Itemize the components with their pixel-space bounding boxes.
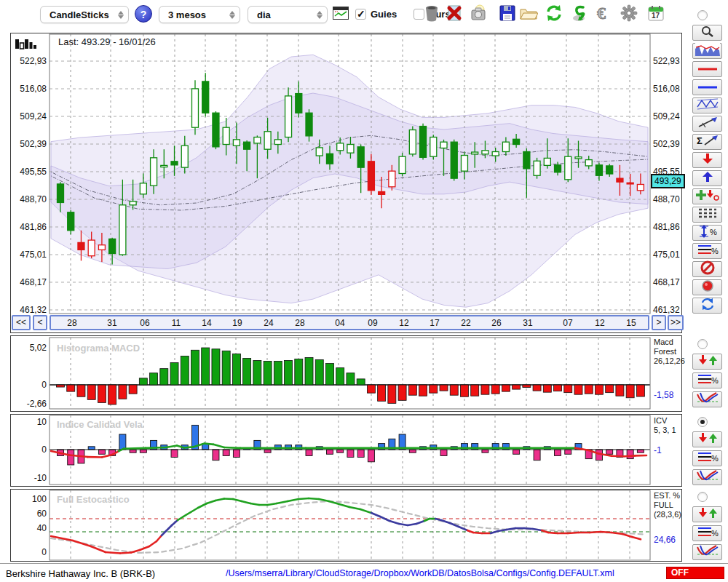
svg-text:%: % — [711, 247, 719, 255]
guies-checkbox[interactable]: Guies — [355, 9, 397, 20]
tool-sum-trendline-button[interactable]: Σ — [692, 134, 722, 150]
macd-curves-button[interactable] — [692, 391, 722, 407]
price-tick-label: 495,55 — [653, 167, 680, 177]
price-tick-label: 522,93 — [653, 56, 680, 66]
red-line-icon — [697, 63, 719, 76]
icv-tick-label: -10 — [13, 473, 47, 483]
scroll-prev-button[interactable]: < — [33, 315, 47, 330]
refresh-button[interactable] — [545, 4, 563, 25]
zoom-icon — [699, 25, 716, 41]
chevron-updown-icon — [223, 11, 235, 19]
mini-chart-button[interactable] — [331, 4, 350, 25]
price-tick-label: 481,86 — [13, 222, 47, 232]
scroll-next-button[interactable]: > — [652, 315, 666, 330]
price-tick-label: 509,24 — [13, 111, 47, 121]
price-tick-label: 522,93 — [13, 56, 47, 66]
date-tick-label: 04 — [335, 318, 344, 328]
date-tick-label: 19 — [232, 318, 242, 328]
svg-text:%: % — [710, 228, 717, 236]
macd-updown-arrows-button[interactable] — [692, 354, 722, 370]
price-tick-label: 502,39 — [13, 139, 47, 149]
toolbar-radio[interactable] — [697, 10, 708, 20]
tool-sync-blue-button[interactable] — [692, 298, 722, 314]
scroll-first-button[interactable]: << — [12, 315, 31, 330]
tool-trendline-button[interactable] — [692, 116, 722, 132]
icv-value: -1 — [654, 445, 662, 455]
mini-chart-icon — [333, 7, 349, 23]
macd-tick-label: -2,66 — [13, 399, 47, 409]
price-tick-label: 461,32 — [653, 305, 680, 315]
delete-button[interactable] — [445, 4, 464, 25]
macd-tick-label: 0 — [13, 380, 47, 390]
tool-blue-line-button[interactable] — [692, 79, 722, 95]
add-marker-icon — [696, 189, 719, 204]
trash-icon — [424, 4, 440, 25]
help-button[interactable]: ? — [135, 5, 152, 23]
interval-value: dia — [257, 9, 271, 20]
macd-params-label: MacdForest26,12,26 — [654, 338, 685, 366]
date-tick-label: 24 — [264, 318, 273, 328]
tool-forbid-button[interactable] — [692, 261, 722, 277]
euro-button[interactable]: € — [594, 4, 613, 25]
icv-curves-button[interactable] — [692, 469, 722, 485]
macd-lines-percent-button[interactable]: % — [692, 372, 722, 388]
date-tick-label: 14 — [202, 318, 211, 328]
tool-zigzag-button[interactable] — [692, 97, 722, 113]
price-tick-label: 481,86 — [653, 222, 680, 232]
scroll-last-button[interactable]: >> — [668, 315, 684, 330]
macd-panel-radio[interactable] — [697, 339, 708, 349]
price-tick-label: 495,55 — [13, 167, 47, 177]
stoch-lines-percent-button[interactable]: % — [692, 525, 722, 541]
svg-text:%: % — [711, 376, 719, 385]
curves-icon — [696, 391, 719, 407]
stoch-watermark: Full Estocastico — [57, 494, 130, 505]
calendar-button[interactable]: 17 — [646, 4, 665, 25]
period-select[interactable]: 3 mesos — [159, 6, 240, 23]
lines-percent-icon: % — [697, 525, 719, 541]
tool-red-line-button[interactable] — [692, 61, 722, 77]
main-chart-frame — [10, 33, 682, 333]
status-bar: Berkshire Hathaway Inc. B (BRK-B) /Users… — [0, 563, 728, 582]
euro-icon: € — [595, 4, 612, 25]
zigzag-icon — [696, 97, 719, 113]
stoch-panel-radio[interactable] — [697, 492, 708, 502]
indicator-chart-icon — [695, 43, 720, 59]
icv-panel-radio[interactable] — [697, 417, 708, 427]
period-value: 3 mesos — [168, 9, 206, 20]
tool-lines-percent-button[interactable]: % — [692, 243, 722, 259]
tool-add-marker-button[interactable] — [692, 188, 722, 204]
snapshot-button[interactable] — [469, 4, 488, 25]
svg-text:€: € — [597, 4, 606, 22]
chevron-updown-icon — [112, 11, 124, 19]
tool-up-arrow-button[interactable] — [692, 170, 722, 186]
icv-updown-arrows-button[interactable] — [692, 431, 722, 447]
save-button[interactable] — [498, 4, 517, 25]
sync-button[interactable] — [569, 4, 588, 25]
tool-record-button[interactable] — [692, 279, 722, 295]
stoch-curves-button[interactable] — [692, 544, 722, 560]
tool-vertical-percent-button[interactable]: % — [692, 225, 722, 241]
open-folder-button[interactable] — [519, 4, 538, 25]
chart-type-select[interactable]: CandleSticks — [40, 6, 129, 23]
tool-indicator-chart-button[interactable] — [692, 43, 722, 59]
date-tick-label: 12 — [399, 318, 408, 328]
tool-down-arrow-button[interactable] — [692, 152, 722, 168]
interval-select[interactable]: dia — [248, 6, 328, 23]
settings-button[interactable] — [620, 4, 638, 25]
price-tick-label: 509,24 — [653, 111, 680, 121]
curves-icon — [696, 544, 719, 560]
tool-dashed-lines-button[interactable] — [692, 207, 722, 223]
trendline-icon — [697, 116, 719, 132]
date-tick-label: 12 — [595, 318, 604, 328]
stoch-updown-arrows-button[interactable] — [692, 506, 722, 522]
down-arrow-icon — [702, 153, 713, 167]
tool-zoom-button[interactable] — [692, 25, 722, 41]
stoch-value: 24,66 — [654, 535, 676, 545]
off-button[interactable]: OFF — [666, 567, 724, 579]
svg-text:17: 17 — [652, 12, 660, 20]
date-tick-label: 17 — [430, 318, 439, 328]
trash-button[interactable] — [422, 4, 441, 25]
sync-blue-icon — [700, 298, 716, 314]
icv-lines-percent-button[interactable]: % — [692, 450, 722, 466]
date-tick-label: 06 — [140, 318, 149, 328]
